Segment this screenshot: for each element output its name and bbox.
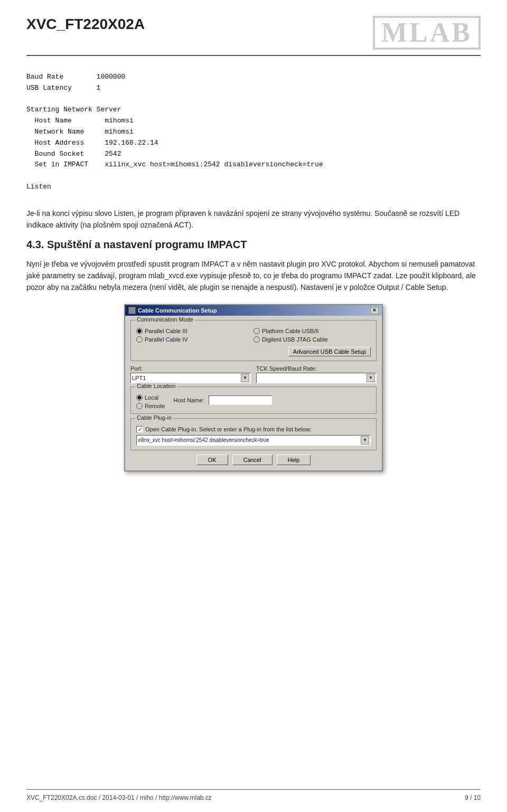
- dialog-buttons-row: OK Cancel Help: [130, 455, 377, 465]
- advanced-usb-cable-setup-button[interactable]: Advanced USB Cable Setup: [288, 347, 371, 356]
- communication-mode-group: Communication Mode Parallel Cable III Pa…: [130, 320, 377, 361]
- host-name-input[interactable]: [209, 395, 272, 405]
- plugin-checkbox-label: Open Cable Plug-in. Select or enter a Pl…: [145, 426, 312, 432]
- cable-plugin-legend: Cable Plug-in: [135, 414, 173, 421]
- plugin-select-arrow[interactable]: ▼: [361, 436, 369, 445]
- communication-mode-options: Parallel Cable III Parallel Cable IV Pla…: [136, 328, 371, 356]
- cable-location-content: Local Remote Host Name:: [136, 394, 371, 409]
- port-label: Port:: [130, 365, 251, 372]
- tck-select-arrow[interactable]: ▼: [367, 374, 375, 382]
- host-name-label: Host Name:: [174, 397, 204, 403]
- body-text-2: Nyní je třeba ve vývojovém prostředí spu…: [26, 258, 481, 294]
- help-button[interactable]: Help: [277, 455, 311, 465]
- titlebar-left: Cable Communication Setup: [128, 307, 217, 314]
- cable-location-legend: Cable Location: [135, 383, 177, 389]
- dialog-title: Cable Communication Setup: [138, 307, 217, 314]
- port-select-arrow[interactable]: ▼: [241, 374, 249, 382]
- radio-remote[interactable]: Remote: [136, 403, 165, 409]
- dialog-titlebar: Cable Communication Setup ×: [125, 305, 382, 316]
- radio-digilent[interactable]: Digilent USB JTAG Cable: [253, 336, 371, 343]
- port-value: LPT1: [132, 375, 146, 381]
- dialog-icon: [128, 307, 136, 314]
- port-col: Port: LPT1 ▼: [130, 365, 251, 383]
- plugin-value: xilinx_xvc host=mihomsi:2542 disablevers…: [138, 437, 361, 443]
- plugin-checkbox[interactable]: ✓: [136, 426, 143, 433]
- plugin-select[interactable]: xilinx_xvc host=mihomsi:2542 disablevers…: [136, 435, 371, 446]
- radio-parallel-3-circle: [136, 328, 143, 334]
- radio-platform-usb-circle: [253, 328, 260, 334]
- section-number: 4.3.: [26, 239, 44, 250]
- dialog-body: Communication Mode Parallel Cable III Pa…: [125, 316, 382, 470]
- radio-local-label: Local: [145, 394, 158, 401]
- header: XVC_FT220X02A MLAB: [26, 16, 481, 56]
- tck-select[interactable]: ▼: [256, 373, 377, 383]
- radio-local-circle: [136, 394, 143, 401]
- page-container: XVC_FT220X02A MLAB Baud Rate 1000000 USB…: [0, 0, 507, 812]
- body-text-1: Je-li na konci výpisu slovo Listen, je p…: [26, 207, 481, 231]
- host-name-area: Host Name:: [174, 395, 272, 405]
- cable-location-radios: Local Remote: [136, 394, 165, 409]
- cable-plugin-group: Cable Plug-in ✓ Open Cable Plug-in. Sele…: [130, 418, 377, 450]
- mlab-logo: MLAB: [373, 16, 481, 50]
- dialog-wrapper: Cable Communication Setup × Communicatio…: [26, 304, 481, 471]
- radio-col-left: Parallel Cable III Parallel Cable IV: [136, 328, 253, 356]
- radio-platform-usb[interactable]: Platform Cable USB/II: [253, 328, 371, 334]
- radio-parallel-4[interactable]: Parallel Cable IV: [136, 336, 253, 343]
- cable-communication-dialog: Cable Communication Setup × Communicatio…: [124, 304, 383, 471]
- port-select[interactable]: LPT1 ▼: [130, 373, 251, 383]
- tck-label: TCK Speed/Baud Rate:: [256, 365, 377, 372]
- cancel-button[interactable]: Cancel: [232, 455, 273, 465]
- dialog-close-button[interactable]: ×: [370, 307, 379, 314]
- radio-parallel-3-label: Parallel Cable III: [145, 328, 187, 334]
- radio-parallel-3[interactable]: Parallel Cable III: [136, 328, 253, 334]
- section-heading: 4.3. Spuštění a nastavení programu IMPAC…: [26, 239, 481, 251]
- radio-digilent-label: Digilent USB JTAG Cable: [262, 336, 328, 343]
- radio-remote-circle: [136, 403, 143, 409]
- radio-col-right: Platform Cable USB/II Digilent USB JTAG …: [253, 328, 371, 356]
- footer: XVC_FT220X02A.cs.doc / 2014-03-01 / miho…: [26, 789, 481, 801]
- cable-location-group: Cable Location Local Remote: [130, 386, 377, 414]
- footer-left: XVC_FT220X02A.cs.doc / 2014-03-01 / miho…: [26, 794, 212, 801]
- section-title: Spuštění a nastavení programu IMPACT: [47, 239, 247, 250]
- ok-button[interactable]: OK: [196, 455, 228, 465]
- communication-mode-legend: Communication Mode: [135, 316, 195, 323]
- radio-local[interactable]: Local: [136, 394, 165, 401]
- tck-col: TCK Speed/Baud Rate: ▼: [256, 365, 377, 383]
- radio-parallel-4-circle: [136, 336, 143, 343]
- radio-platform-usb-label: Platform Cable USB/II: [262, 328, 319, 334]
- footer-right: 9 / 10: [465, 794, 481, 801]
- doc-title: XVC_FT220X02A: [26, 16, 145, 33]
- radio-remote-label: Remote: [145, 403, 165, 409]
- port-tck-row: Port: LPT1 ▼ TCK Speed/Baud Rate: ▼: [130, 365, 377, 383]
- radio-digilent-circle: [253, 336, 260, 343]
- code-block: Baud Rate 1000000 USB Latency 1 Starting…: [26, 67, 481, 198]
- cable-plugin-checkbox-row: ✓ Open Cable Plug-in. Select or enter a …: [136, 426, 371, 433]
- radio-parallel-4-label: Parallel Cable IV: [145, 336, 188, 343]
